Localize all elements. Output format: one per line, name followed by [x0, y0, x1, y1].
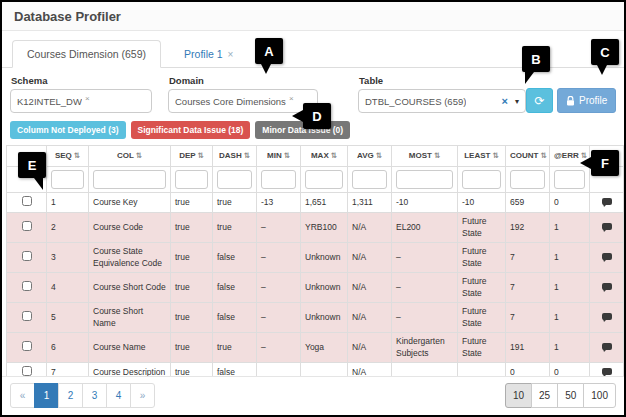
- filter-input-col[interactable]: [93, 170, 166, 189]
- profile-button[interactable]: Profile: [557, 88, 616, 113]
- domain-clear-icon[interactable]: ×: [289, 94, 294, 103]
- cell-max: YRB100: [301, 213, 348, 243]
- refresh-button[interactable]: ⟳: [526, 88, 553, 113]
- sort-icon[interactable]: ⇅: [376, 151, 382, 160]
- page-prev-button[interactable]: «: [10, 383, 35, 408]
- comment-icon[interactable]: [602, 198, 612, 205]
- grid-filter-row: [7, 167, 624, 193]
- filter-input-least[interactable]: [462, 170, 501, 189]
- comment-icon[interactable]: [602, 343, 612, 350]
- cell-err: 1: [550, 333, 590, 363]
- tab-profile-1[interactable]: Profile 1×: [169, 40, 248, 68]
- filter-input-avg[interactable]: [352, 170, 387, 189]
- cell-max: Unknown: [301, 243, 348, 273]
- cell-seq: 7: [47, 363, 89, 376]
- cell-dep: true: [171, 193, 213, 213]
- page-button-1[interactable]: 1: [34, 383, 59, 408]
- column-header-max[interactable]: MAX⇅: [301, 146, 348, 167]
- filter-input-count[interactable]: [510, 170, 545, 189]
- page-next-button[interactable]: »: [130, 383, 155, 408]
- column-header-least[interactable]: LEAST⇅: [458, 146, 506, 167]
- page-title: Database Profiler: [14, 9, 612, 24]
- column-header-dep[interactable]: DEP⇅: [171, 146, 213, 167]
- cell-max: 1,651: [301, 193, 348, 213]
- comment-icon[interactable]: [602, 283, 612, 290]
- comment-icon[interactable]: [602, 368, 612, 375]
- row-checkbox[interactable]: [22, 341, 32, 351]
- table-clear-icon[interactable]: ×: [502, 95, 508, 107]
- filter-input-max[interactable]: [305, 170, 343, 189]
- table-select[interactable]: DTBL_COURSES (659) × ▾: [358, 89, 526, 113]
- callout-d: D: [303, 103, 331, 129]
- filter-input-dep[interactable]: [175, 170, 208, 189]
- tab-courses-dimension[interactable]: Courses Dimension (659): [12, 40, 161, 68]
- chevron-down-icon[interactable]: ▾: [515, 97, 519, 106]
- sort-icon[interactable]: ⇅: [198, 151, 204, 160]
- cell-count: 7: [506, 243, 550, 273]
- page-selector: «1234»: [10, 383, 155, 408]
- tab-close-icon[interactable]: ×: [228, 49, 234, 60]
- cell-seq: 5: [47, 303, 89, 333]
- filter-input-dash[interactable]: [217, 170, 252, 189]
- row-checkbox[interactable]: [22, 366, 32, 376]
- column-header-min[interactable]: MIN⇅: [257, 146, 301, 167]
- status-badge-columnnotdeployed3: Column Not Deployed (3): [10, 121, 126, 139]
- column-header-label: MOST: [409, 151, 432, 160]
- column-header-count[interactable]: COUNT⇅: [506, 146, 550, 167]
- schema-value-tag: K12INTEL_DW: [17, 96, 82, 107]
- cell-dash: true: [213, 213, 257, 243]
- cell-dep: true: [171, 363, 213, 376]
- filter-input-seq[interactable]: [51, 170, 84, 189]
- cell-dep: true: [171, 303, 213, 333]
- page-button-3[interactable]: 3: [82, 383, 107, 408]
- schema-clear-icon[interactable]: ×: [85, 94, 90, 103]
- row-comment-cell: [590, 273, 624, 303]
- page-button-4[interactable]: 4: [106, 383, 131, 408]
- comment-icon[interactable]: [602, 223, 612, 230]
- table-row: 7Course DescriptiontruefalseN/A00: [7, 363, 624, 376]
- sort-icon[interactable]: ⇅: [492, 151, 498, 160]
- callout-f: F: [591, 150, 619, 176]
- page-size-100[interactable]: 100: [583, 383, 616, 408]
- page-size-50[interactable]: 50: [557, 383, 584, 408]
- row-checkbox[interactable]: [22, 311, 32, 321]
- callout-b: B: [522, 46, 550, 72]
- comment-icon[interactable]: [602, 313, 612, 320]
- page-size-10[interactable]: 10: [505, 383, 532, 408]
- table-row: 4Course Short Codetruefalse–UnknownN/A–F…: [7, 273, 624, 303]
- row-checkbox[interactable]: [22, 281, 32, 291]
- page-button-2[interactable]: 2: [58, 383, 83, 408]
- comment-icon[interactable]: [602, 253, 612, 260]
- sort-icon[interactable]: ⇅: [284, 151, 290, 160]
- sort-icon[interactable]: ⇅: [540, 151, 546, 160]
- row-select-cell: [7, 193, 47, 213]
- row-checkbox[interactable]: [22, 221, 32, 231]
- sort-icon[interactable]: ⇅: [434, 151, 440, 160]
- cell-max: Yoga: [301, 333, 348, 363]
- cell-most: –: [392, 273, 458, 303]
- page-size-25[interactable]: 25: [531, 383, 558, 408]
- sort-icon[interactable]: ⇅: [244, 151, 250, 160]
- filter-input-min[interactable]: [261, 170, 296, 189]
- filter-input-most[interactable]: [396, 170, 453, 189]
- filter-input-err[interactable]: [554, 170, 585, 189]
- lock-icon: [566, 96, 575, 106]
- filter-cell-col: [89, 167, 171, 193]
- cell-max: [301, 363, 348, 376]
- column-header-dash[interactable]: DASH⇅: [213, 146, 257, 167]
- title-bar: Database Profiler: [2, 2, 624, 31]
- column-header-seq[interactable]: SEQ⇅: [47, 146, 89, 167]
- column-header-label: MAX: [311, 151, 329, 160]
- cell-max: Unknown: [301, 273, 348, 303]
- sort-icon[interactable]: ⇅: [331, 151, 337, 160]
- sort-icon[interactable]: ⇅: [74, 151, 80, 160]
- table-row: 3Course State Equivalence Codetruefalse–…: [7, 243, 624, 273]
- row-checkbox[interactable]: [22, 196, 32, 206]
- column-header-avg[interactable]: AVG⇅: [348, 146, 392, 167]
- sort-icon[interactable]: ⇅: [136, 151, 142, 160]
- schema-input[interactable]: K12INTEL_DW ×: [10, 89, 152, 113]
- column-header-most[interactable]: MOST⇅: [392, 146, 458, 167]
- column-header-col[interactable]: COL⇅: [89, 146, 171, 167]
- row-checkbox[interactable]: [22, 251, 32, 261]
- cell-count: 659: [506, 193, 550, 213]
